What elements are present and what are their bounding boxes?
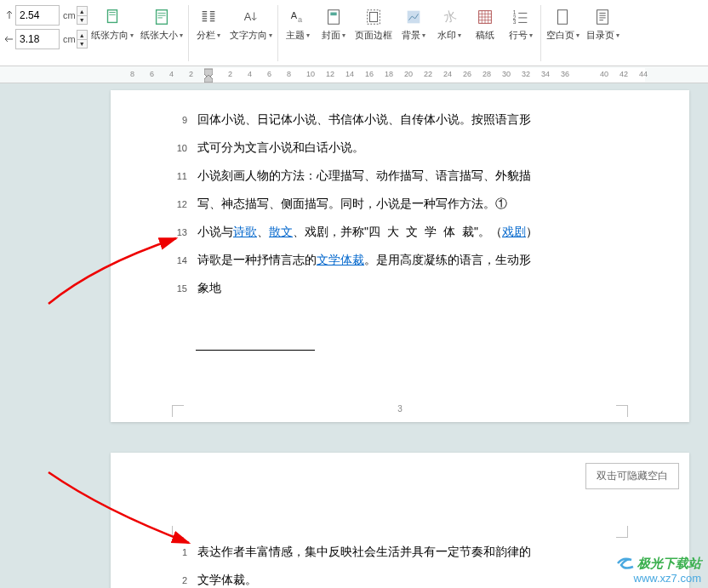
text-line[interactable]: 13小说与诗歌、散文、戏剧，并称"四大文学体裁"。（戏剧） — [170, 218, 630, 246]
ruler-tick: 10 — [306, 70, 315, 78]
cover-icon — [323, 7, 344, 27]
page-1: 9回体小说、日记体小说、书信体小说、自传体小说。按照语言形10式可分为文言小说和… — [111, 90, 689, 422]
margin-top-input[interactable] — [15, 5, 60, 26]
ruler-tick: 26 — [463, 70, 471, 78]
svg-text:a: a — [298, 15, 303, 24]
ruler-tick: 40 — [600, 70, 608, 78]
site-watermark: 极光下载站 www.xz7.com — [616, 555, 701, 585]
page-number: 3 — [397, 404, 403, 414]
ruler-tick: 24 — [443, 70, 452, 78]
watermark-button[interactable]: 水 水印▾ — [431, 5, 467, 43]
ruler-tick: 8 — [130, 70, 134, 78]
ruler-tick: 4 — [248, 70, 252, 78]
text-line[interactable]: 14诗歌是一种抒情言志的文学体裁。是用高度凝练的语言，生动形 — [170, 246, 630, 274]
line-number-label: 10 — [170, 134, 187, 162]
margin-inputs-group: cm ▲ ▼ cm ▲ ▼ — [0, 5, 88, 49]
margin-left-down[interactable]: ▼ — [77, 39, 88, 49]
line-number-icon: 123 — [511, 7, 531, 27]
hide-blank-hint[interactable]: 双击可隐藏空白 — [585, 463, 679, 489]
line-content[interactable]: 象地 — [197, 274, 630, 301]
svg-text:水: 水 — [442, 9, 458, 25]
line-number-label: 1 — [170, 539, 187, 566]
page-border-button[interactable]: 页面边框 — [351, 5, 396, 43]
line-number-label: 2 — [170, 567, 187, 588]
cover-button[interactable]: 封面▾ — [316, 5, 351, 43]
line-content[interactable]: 小说刻画人物的方法：心理描写、动作描写、语言描写、外貌描 — [197, 162, 630, 189]
ruler-tick: 2 — [189, 70, 193, 78]
draft-paper-icon — [475, 7, 495, 27]
text-direction-button[interactable]: A 文字方向▾ — [226, 5, 276, 43]
ruler-tick: 2 — [228, 70, 232, 78]
margin-top-input-row: cm ▲ ▼ — [5, 5, 88, 26]
text-line[interactable]: 12写、神态描写、侧面描写。同时，小说是一种写作方法。① — [170, 190, 630, 218]
svg-rect-6 — [330, 13, 336, 16]
margin-left-input[interactable] — [15, 29, 60, 49]
line-number-label: 14 — [170, 247, 187, 274]
line-content[interactable]: 小说与诗歌、散文、戏剧，并称"四大文学体裁"。（戏剧） — [197, 218, 630, 245]
svg-text:A: A — [243, 10, 251, 23]
ruler-tick: 4 — [169, 70, 174, 78]
line-number-label: 15 — [170, 275, 187, 302]
ruler-tick: 42 — [620, 70, 628, 78]
theme-button[interactable]: Aa 主题▾ — [280, 5, 316, 43]
line-number-label: 13 — [170, 219, 187, 246]
svg-text:A: A — [290, 10, 297, 20]
text-direction-icon: A — [241, 7, 261, 27]
margin-unit: cm — [63, 10, 76, 20]
ruler-tick: 28 — [482, 70, 491, 78]
svg-rect-1 — [156, 10, 167, 25]
svg-rect-16 — [597, 10, 608, 25]
margin-left-up[interactable]: ▲ — [77, 30, 88, 39]
svg-rect-0 — [107, 10, 117, 23]
margin-left-input-row: cm ▲ ▼ — [5, 29, 88, 49]
ruler-tick: 6 — [267, 70, 271, 78]
svg-rect-15 — [558, 10, 568, 25]
svg-rect-5 — [328, 10, 339, 25]
text-line[interactable]: 1表达作者丰富情感，集中反映社会生活并具有一定节奏和韵律的 — [170, 538, 630, 566]
margin-top-down[interactable]: ▼ — [77, 15, 88, 25]
ruler-tick: 16 — [365, 70, 374, 78]
toolbar: cm ▲ ▼ cm ▲ ▼ 纸张方向▾ 纸张大小▾ — [0, 0, 708, 66]
ruler-tick: 8 — [287, 70, 291, 78]
columns-button[interactable]: 分栏▾ — [191, 5, 226, 43]
ruler-tick: 36 — [561, 70, 569, 78]
margin-top-up[interactable]: ▲ — [77, 6, 88, 15]
orientation-icon — [102, 7, 123, 27]
text-line[interactable]: 2文学体裁。 — [170, 566, 630, 588]
horizontal-ruler[interactable]: 8642246810121416182022242628303234364042… — [0, 66, 708, 83]
footnote-separator — [196, 350, 315, 351]
size-button[interactable]: 纸张大小▾ — [137, 5, 186, 43]
line-content[interactable]: 写、神态描写、侧面描写。同时，小说是一种写作方法。① — [197, 190, 630, 217]
draft-paper-button[interactable]: 稿纸 — [467, 5, 503, 43]
line-content[interactable]: 式可分为文言小说和白话小说。 — [197, 134, 630, 161]
ruler-tick: 44 — [639, 70, 648, 78]
blank-page-icon — [552, 7, 573, 27]
line-content[interactable]: 回体小说、日记体小说、书信体小说、自传体小说。按照语言形 — [197, 106, 630, 133]
svg-text:3: 3 — [513, 19, 517, 25]
ruler-tick: 22 — [424, 70, 432, 78]
line-number-button[interactable]: 123 行号▾ — [503, 5, 539, 43]
text-line[interactable]: 15象地 — [170, 274, 630, 302]
text-line[interactable]: 11小说刻画人物的方法：心理描写、动作描写、语言描写、外貌描 — [170, 162, 630, 190]
text-line[interactable]: 9回体小说、日记体小说、书信体小说、自传体小说。按照语言形 — [170, 106, 630, 134]
page-2: 双击可隐藏空白 1表达作者丰富情感，集中反映社会生活并具有一定节奏和韵律的2文学… — [111, 453, 689, 588]
line-content[interactable]: 文学体裁。 — [197, 566, 630, 588]
line-content[interactable]: 表达作者丰富情感，集中反映社会生活并具有一定节奏和韵律的 — [197, 538, 630, 565]
document-area[interactable]: 9回体小说、日记体小说、书信体小说、自传体小说。按照语言形10式可分为文言小说和… — [0, 83, 708, 588]
line-number-label: 9 — [170, 106, 187, 134]
line-content[interactable]: 诗歌是一种抒情言志的文学体裁。是用高度凝练的语言，生动形 — [197, 246, 630, 273]
text-line[interactable]: 10式可分为文言小说和白话小说。 — [170, 134, 630, 162]
ruler-tick: 14 — [345, 70, 354, 78]
ruler-tick: 32 — [522, 70, 530, 78]
blank-page-button[interactable]: 空白页▾ — [543, 5, 583, 43]
ruler-tick: 30 — [502, 70, 511, 78]
background-button[interactable]: 背景▾ — [396, 5, 431, 43]
svg-rect-8 — [369, 13, 377, 22]
theme-icon: Aa — [288, 7, 308, 27]
ruler-tick: 34 — [541, 70, 550, 78]
toc-page-button[interactable]: 目录页▾ — [583, 5, 623, 43]
ruler-tick: 20 — [404, 70, 413, 78]
orientation-button[interactable]: 纸张方向▾ — [88, 5, 137, 43]
line-number-label: 12 — [170, 191, 187, 218]
toc-page-icon — [592, 7, 613, 27]
